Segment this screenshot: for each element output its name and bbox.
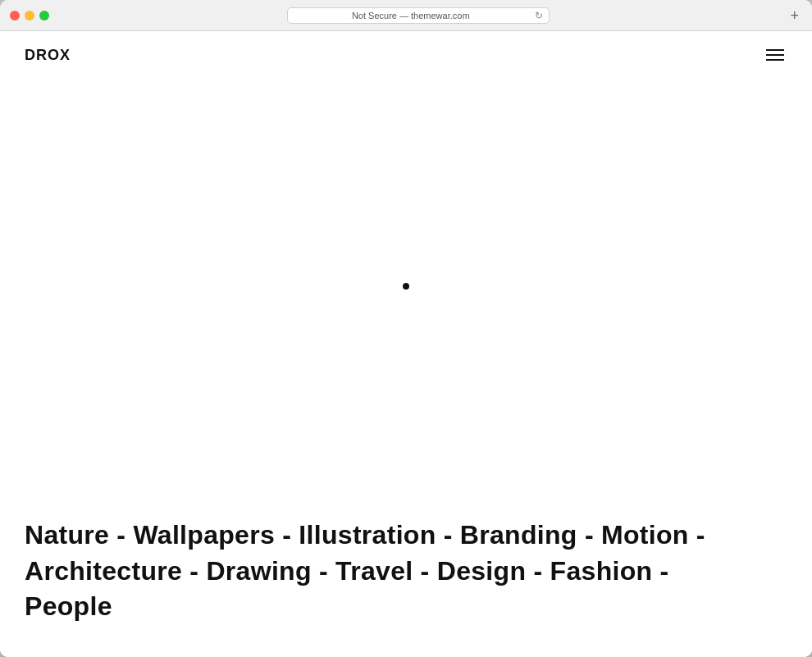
categories-line-2: Architecture - Drawing - Travel - Design… <box>25 554 787 589</box>
maximize-button[interactable] <box>39 11 49 21</box>
categories-section: Nature - Wallpapers - Illustration - Bra… <box>0 493 812 657</box>
traffic-lights <box>10 11 49 21</box>
reload-icon[interactable]: ↻ <box>535 10 543 21</box>
close-button[interactable] <box>10 11 20 21</box>
site-header: DROX <box>0 31 812 79</box>
minimize-button[interactable] <box>25 11 34 21</box>
browser-content: DROX Nature - Wallpapers - Illustration … <box>0 31 812 657</box>
url-input[interactable] <box>287 7 550 24</box>
browser-chrome: ↻ + <box>0 0 812 31</box>
site-logo: DROX <box>25 47 71 64</box>
new-tab-button[interactable]: + <box>787 8 802 23</box>
hamburger-line-1 <box>766 49 784 51</box>
address-bar: ↻ <box>59 7 777 24</box>
categories-line-1: Nature - Wallpapers - Illustration - Bra… <box>25 518 787 553</box>
hamburger-line-3 <box>766 59 784 61</box>
categories-line-3: People <box>25 589 787 624</box>
hamburger-menu-button[interactable] <box>763 46 787 64</box>
hamburger-line-2 <box>766 54 784 56</box>
main-content: Nature - Wallpapers - Illustration - Bra… <box>0 79 812 657</box>
center-dot <box>403 283 409 290</box>
browser-window: ↻ + DROX Nature - Wallpapers - Illustr <box>0 0 812 657</box>
hero-area <box>0 79 812 493</box>
categories-text: Nature - Wallpapers - Illustration - Bra… <box>25 518 787 624</box>
